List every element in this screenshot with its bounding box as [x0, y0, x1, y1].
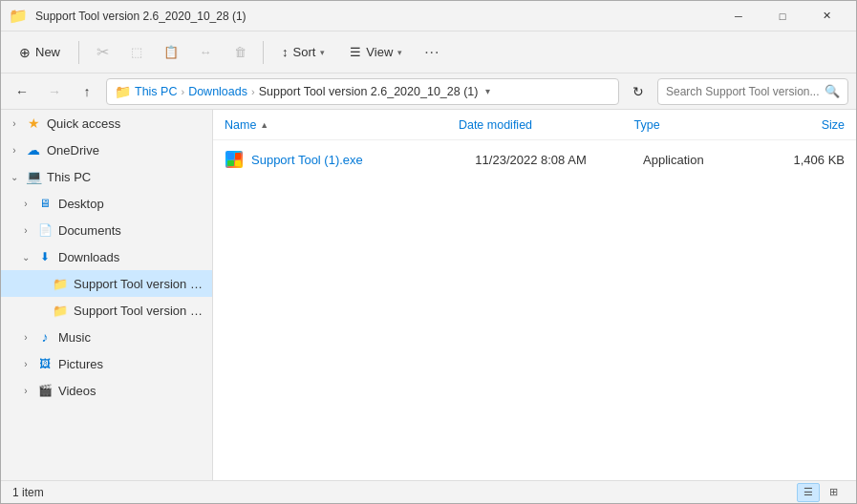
more-icon: ··· — [424, 44, 439, 61]
size-col-label: Size — [822, 118, 845, 132]
documents-icon: 📄 — [37, 222, 53, 238]
expand-arrow-onedrive: › — [9, 145, 20, 156]
move-to-button[interactable]: ↔ — [190, 37, 221, 68]
file-type: Application — [643, 153, 755, 167]
window-controls: ─ □ ✕ — [717, 1, 848, 32]
copy-icon: ⬚ — [131, 45, 142, 59]
search-input[interactable] — [666, 85, 819, 98]
expand-arrow-desktop: › — [20, 199, 32, 209]
cut-button[interactable]: ✂ — [87, 37, 118, 68]
close-button[interactable]: ✕ — [804, 1, 848, 32]
column-header-name[interactable]: Name ▲ — [225, 118, 459, 132]
pictures-icon: 🖼 — [37, 356, 53, 371]
sidebar-item-videos[interactable]: › 🎬 Videos — [1, 377, 212, 404]
delete-button[interactable]: 🗑 — [225, 37, 255, 68]
sidebar-item-pictures[interactable]: › 🖼 Pictures — [1, 350, 212, 377]
exe-icon-quadrant-4 — [235, 160, 242, 167]
move-to-icon: ↔ — [200, 45, 212, 59]
breadcrumb-downloads[interactable]: Downloads — [188, 85, 247, 98]
sidebar-label-downloads: Downloads — [58, 250, 119, 264]
view-label: View — [366, 45, 393, 59]
exe-icon-quadrant-2 — [235, 153, 242, 159]
breadcrumb-current-folder: Support Tool version 2.6_2020_10_28 (1) — [259, 85, 479, 98]
cut-icon: ✂ — [96, 43, 109, 61]
sidebar-item-music[interactable]: › ♪ Music — [1, 324, 212, 350]
maximize-button[interactable]: □ — [761, 1, 804, 32]
breadcrumb-separator-2: › — [251, 86, 255, 97]
breadcrumb-dropdown-icon[interactable]: ▾ — [485, 86, 490, 96]
view-icon: ☰ — [350, 45, 361, 59]
folder-1-icon: 📁 — [53, 276, 68, 291]
tiles-view-icon: ⊞ — [829, 486, 838, 498]
desktop-icon: 🖥 — [37, 196, 53, 211]
expand-arrow-quick-access: › — [9, 118, 20, 129]
file-list: Support Tool (1).exe 11/23/2022 8:08 AM … — [213, 140, 856, 480]
column-header-modified[interactable]: Date modified — [459, 118, 634, 132]
toolbar-separator-1 — [78, 41, 79, 64]
more-button[interactable]: ··· — [417, 37, 447, 68]
sidebar-label-documents: Documents — [58, 223, 121, 238]
search-icon: 🔍 — [825, 84, 840, 98]
new-label: New — [35, 45, 60, 59]
back-button[interactable]: ← — [9, 78, 35, 105]
sidebar-item-quick-access[interactable]: › ★ Quick access — [1, 110, 212, 136]
sidebar-label-folder-2: Support Tool version 2.6_202 — [74, 304, 204, 318]
sidebar: › ★ Quick access › ☁ OneDrive ⌄ 💻 This P… — [1, 110, 213, 480]
paste-icon: 📋 — [163, 45, 179, 59]
delete-icon: 🗑 — [234, 45, 246, 59]
refresh-button[interactable]: ↻ — [625, 78, 652, 105]
paste-button[interactable]: 📋 — [156, 37, 186, 68]
breadcrumb-this-pc[interactable]: This PC — [135, 85, 177, 98]
column-header-size[interactable]: Size — [751, 118, 845, 132]
forward-button[interactable]: → — [41, 78, 68, 105]
sidebar-label-folder-1: Support Tool version 2.6_202 — [74, 277, 204, 291]
folder-indicator-icon: 📁 — [115, 84, 131, 99]
title-bar: 📁 Support Tool version 2.6_2020_10_28 (1… — [1, 1, 856, 32]
sort-icon: ↕ — [282, 45, 289, 59]
column-header-type[interactable]: Type — [634, 118, 751, 132]
sidebar-item-folder-1[interactable]: › 📁 Support Tool version 2.6_202 — [1, 270, 212, 297]
sort-label: Sort — [293, 45, 316, 59]
exe-icon — [225, 151, 243, 168]
sidebar-item-desktop[interactable]: › 🖥 Desktop — [1, 190, 212, 217]
status-item-count: 1 item — [12, 486, 44, 499]
modified-col-label: Date modified — [459, 118, 532, 132]
sort-chevron-icon: ▾ — [320, 48, 325, 57]
sidebar-label-this-pc: This PC — [47, 170, 91, 184]
sidebar-label-desktop: Desktop — [58, 197, 104, 211]
title-bar-text: Support Tool version 2.6_2020_10_28 (1) — [35, 10, 717, 23]
breadcrumb-separator-1: › — [181, 86, 184, 97]
expand-arrow-videos: › — [20, 386, 32, 396]
toolbar-separator-2 — [263, 41, 264, 64]
sidebar-item-onedrive[interactable]: › ☁ OneDrive — [1, 136, 212, 163]
sort-button[interactable]: ↕ Sort ▾ — [271, 39, 335, 65]
up-button[interactable]: ↑ — [74, 78, 100, 105]
sidebar-label-videos: Videos — [58, 384, 96, 398]
expand-arrow-this-pc: ⌄ — [9, 172, 20, 182]
sidebar-label-pictures: Pictures — [58, 357, 103, 371]
toolbar: ⊕ New ✂ ⬚ 📋 ↔ 🗑 ↕ Sort ▾ ☰ View ▾ ··· — [1, 32, 856, 74]
view-toggles: ☰ ⊞ — [797, 483, 845, 502]
exe-icon-quadrant-3 — [227, 160, 234, 167]
minimize-button[interactable]: ─ — [717, 1, 761, 32]
tiles-view-button[interactable]: ⊞ — [822, 483, 845, 502]
view-button[interactable]: ☰ View ▾ — [339, 39, 413, 65]
copy-button[interactable]: ⬚ — [121, 37, 152, 68]
table-row[interactable]: Support Tool (1).exe 11/23/2022 8:08 AM … — [213, 144, 856, 175]
details-view-button[interactable]: ☰ — [797, 483, 820, 502]
file-name: Support Tool (1).exe — [251, 153, 475, 167]
sidebar-item-documents[interactable]: › 📄 Documents — [1, 217, 212, 243]
type-col-label: Type — [634, 118, 660, 132]
quick-access-icon: ★ — [26, 116, 41, 131]
sidebar-item-this-pc[interactable]: ⌄ 💻 This PC — [1, 163, 212, 190]
expand-arrow-documents: › — [20, 225, 32, 236]
view-chevron-icon: ▾ — [397, 48, 402, 57]
breadcrumb[interactable]: 📁 This PC › Downloads › Support Tool ver… — [106, 78, 619, 105]
search-box[interactable]: 🔍 — [657, 78, 848, 105]
new-button[interactable]: ⊕ New — [9, 39, 71, 66]
sidebar-label-music: Music — [58, 330, 91, 345]
details-view-icon: ☰ — [803, 486, 813, 498]
this-pc-icon: 💻 — [26, 169, 41, 184]
sidebar-item-folder-2[interactable]: › 📁 Support Tool version 2.6_202 — [1, 297, 212, 324]
sidebar-item-downloads[interactable]: ⌄ ⬇ Downloads — [1, 243, 212, 270]
